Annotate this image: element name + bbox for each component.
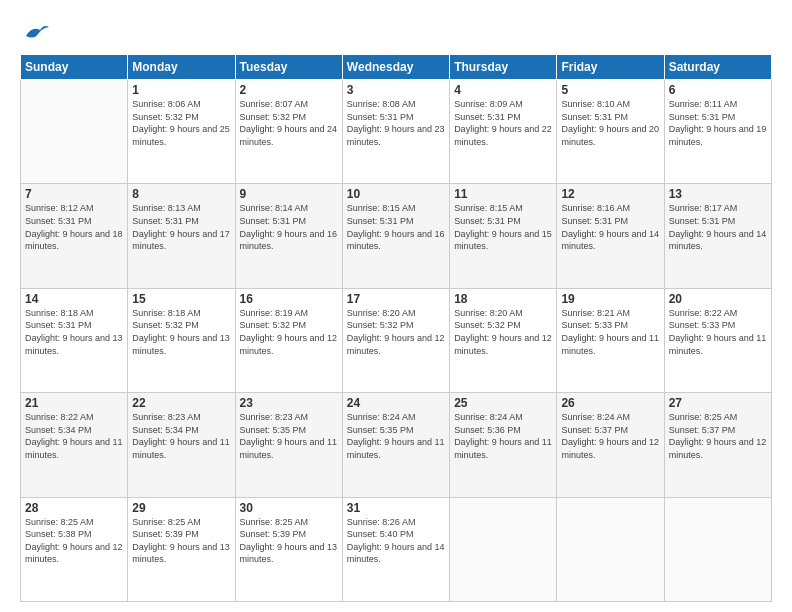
weekday-header: Sunday <box>21 55 128 80</box>
day-info: Sunrise: 8:15 AMSunset: 5:31 PMDaylight:… <box>347 202 445 252</box>
day-number: 2 <box>240 83 338 97</box>
day-number: 28 <box>25 501 123 515</box>
day-info: Sunrise: 8:07 AMSunset: 5:32 PMDaylight:… <box>240 98 338 148</box>
calendar-week-row: 1Sunrise: 8:06 AMSunset: 5:32 PMDaylight… <box>21 80 772 184</box>
day-info: Sunrise: 8:23 AMSunset: 5:34 PMDaylight:… <box>132 411 230 461</box>
calendar-cell: 28Sunrise: 8:25 AMSunset: 5:38 PMDayligh… <box>21 497 128 601</box>
calendar-cell: 24Sunrise: 8:24 AMSunset: 5:35 PMDayligh… <box>342 393 449 497</box>
calendar-cell: 31Sunrise: 8:26 AMSunset: 5:40 PMDayligh… <box>342 497 449 601</box>
calendar-cell: 22Sunrise: 8:23 AMSunset: 5:34 PMDayligh… <box>128 393 235 497</box>
weekday-header: Tuesday <box>235 55 342 80</box>
calendar-cell: 13Sunrise: 8:17 AMSunset: 5:31 PMDayligh… <box>664 184 771 288</box>
day-info: Sunrise: 8:13 AMSunset: 5:31 PMDaylight:… <box>132 202 230 252</box>
day-info: Sunrise: 8:23 AMSunset: 5:35 PMDaylight:… <box>240 411 338 461</box>
calendar-cell: 5Sunrise: 8:10 AMSunset: 5:31 PMDaylight… <box>557 80 664 184</box>
day-info: Sunrise: 8:11 AMSunset: 5:31 PMDaylight:… <box>669 98 767 148</box>
day-number: 5 <box>561 83 659 97</box>
day-info: Sunrise: 8:19 AMSunset: 5:32 PMDaylight:… <box>240 307 338 357</box>
day-number: 25 <box>454 396 552 410</box>
calendar-cell: 25Sunrise: 8:24 AMSunset: 5:36 PMDayligh… <box>450 393 557 497</box>
day-info: Sunrise: 8:16 AMSunset: 5:31 PMDaylight:… <box>561 202 659 252</box>
day-info: Sunrise: 8:09 AMSunset: 5:31 PMDaylight:… <box>454 98 552 148</box>
day-info: Sunrise: 8:24 AMSunset: 5:35 PMDaylight:… <box>347 411 445 461</box>
calendar-week-row: 21Sunrise: 8:22 AMSunset: 5:34 PMDayligh… <box>21 393 772 497</box>
calendar-cell: 26Sunrise: 8:24 AMSunset: 5:37 PMDayligh… <box>557 393 664 497</box>
day-number: 30 <box>240 501 338 515</box>
calendar-cell: 21Sunrise: 8:22 AMSunset: 5:34 PMDayligh… <box>21 393 128 497</box>
calendar-cell: 7Sunrise: 8:12 AMSunset: 5:31 PMDaylight… <box>21 184 128 288</box>
day-info: Sunrise: 8:15 AMSunset: 5:31 PMDaylight:… <box>454 202 552 252</box>
day-number: 21 <box>25 396 123 410</box>
calendar-cell <box>450 497 557 601</box>
calendar-cell: 15Sunrise: 8:18 AMSunset: 5:32 PMDayligh… <box>128 288 235 392</box>
day-number: 9 <box>240 187 338 201</box>
calendar-week-row: 7Sunrise: 8:12 AMSunset: 5:31 PMDaylight… <box>21 184 772 288</box>
calendar-cell: 2Sunrise: 8:07 AMSunset: 5:32 PMDaylight… <box>235 80 342 184</box>
calendar-cell: 1Sunrise: 8:06 AMSunset: 5:32 PMDaylight… <box>128 80 235 184</box>
calendar-cell: 14Sunrise: 8:18 AMSunset: 5:31 PMDayligh… <box>21 288 128 392</box>
calendar-cell: 23Sunrise: 8:23 AMSunset: 5:35 PMDayligh… <box>235 393 342 497</box>
calendar-cell: 9Sunrise: 8:14 AMSunset: 5:31 PMDaylight… <box>235 184 342 288</box>
calendar-cell: 11Sunrise: 8:15 AMSunset: 5:31 PMDayligh… <box>450 184 557 288</box>
calendar-cell: 16Sunrise: 8:19 AMSunset: 5:32 PMDayligh… <box>235 288 342 392</box>
day-info: Sunrise: 8:24 AMSunset: 5:36 PMDaylight:… <box>454 411 552 461</box>
weekday-header: Saturday <box>664 55 771 80</box>
day-number: 11 <box>454 187 552 201</box>
day-number: 22 <box>132 396 230 410</box>
day-info: Sunrise: 8:06 AMSunset: 5:32 PMDaylight:… <box>132 98 230 148</box>
day-info: Sunrise: 8:18 AMSunset: 5:31 PMDaylight:… <box>25 307 123 357</box>
calendar-cell <box>664 497 771 601</box>
day-info: Sunrise: 8:22 AMSunset: 5:33 PMDaylight:… <box>669 307 767 357</box>
day-number: 12 <box>561 187 659 201</box>
weekday-header: Monday <box>128 55 235 80</box>
day-number: 13 <box>669 187 767 201</box>
day-info: Sunrise: 8:21 AMSunset: 5:33 PMDaylight:… <box>561 307 659 357</box>
day-info: Sunrise: 8:08 AMSunset: 5:31 PMDaylight:… <box>347 98 445 148</box>
day-info: Sunrise: 8:25 AMSunset: 5:38 PMDaylight:… <box>25 516 123 566</box>
calendar-cell: 20Sunrise: 8:22 AMSunset: 5:33 PMDayligh… <box>664 288 771 392</box>
weekday-header: Wednesday <box>342 55 449 80</box>
calendar-cell <box>557 497 664 601</box>
calendar-cell: 27Sunrise: 8:25 AMSunset: 5:37 PMDayligh… <box>664 393 771 497</box>
calendar-cell: 30Sunrise: 8:25 AMSunset: 5:39 PMDayligh… <box>235 497 342 601</box>
page: SundayMondayTuesdayWednesdayThursdayFrid… <box>0 0 792 612</box>
header <box>20 18 772 44</box>
day-number: 23 <box>240 396 338 410</box>
calendar-cell: 18Sunrise: 8:20 AMSunset: 5:32 PMDayligh… <box>450 288 557 392</box>
calendar: SundayMondayTuesdayWednesdayThursdayFrid… <box>20 54 772 602</box>
day-info: Sunrise: 8:24 AMSunset: 5:37 PMDaylight:… <box>561 411 659 461</box>
day-number: 18 <box>454 292 552 306</box>
day-number: 3 <box>347 83 445 97</box>
weekday-header: Thursday <box>450 55 557 80</box>
calendar-cell: 10Sunrise: 8:15 AMSunset: 5:31 PMDayligh… <box>342 184 449 288</box>
day-info: Sunrise: 8:17 AMSunset: 5:31 PMDaylight:… <box>669 202 767 252</box>
calendar-cell: 19Sunrise: 8:21 AMSunset: 5:33 PMDayligh… <box>557 288 664 392</box>
weekday-header: Friday <box>557 55 664 80</box>
day-number: 6 <box>669 83 767 97</box>
day-number: 24 <box>347 396 445 410</box>
calendar-cell: 12Sunrise: 8:16 AMSunset: 5:31 PMDayligh… <box>557 184 664 288</box>
logo-bird-icon <box>22 22 50 44</box>
day-number: 17 <box>347 292 445 306</box>
day-number: 27 <box>669 396 767 410</box>
day-info: Sunrise: 8:20 AMSunset: 5:32 PMDaylight:… <box>454 307 552 357</box>
day-info: Sunrise: 8:22 AMSunset: 5:34 PMDaylight:… <box>25 411 123 461</box>
day-number: 4 <box>454 83 552 97</box>
calendar-cell: 3Sunrise: 8:08 AMSunset: 5:31 PMDaylight… <box>342 80 449 184</box>
day-info: Sunrise: 8:25 AMSunset: 5:39 PMDaylight:… <box>240 516 338 566</box>
logo <box>20 22 50 44</box>
day-info: Sunrise: 8:12 AMSunset: 5:31 PMDaylight:… <box>25 202 123 252</box>
day-number: 19 <box>561 292 659 306</box>
day-number: 10 <box>347 187 445 201</box>
day-number: 7 <box>25 187 123 201</box>
day-number: 26 <box>561 396 659 410</box>
day-number: 14 <box>25 292 123 306</box>
day-number: 1 <box>132 83 230 97</box>
day-info: Sunrise: 8:26 AMSunset: 5:40 PMDaylight:… <box>347 516 445 566</box>
day-number: 29 <box>132 501 230 515</box>
calendar-cell: 6Sunrise: 8:11 AMSunset: 5:31 PMDaylight… <box>664 80 771 184</box>
day-info: Sunrise: 8:14 AMSunset: 5:31 PMDaylight:… <box>240 202 338 252</box>
day-number: 20 <box>669 292 767 306</box>
day-info: Sunrise: 8:18 AMSunset: 5:32 PMDaylight:… <box>132 307 230 357</box>
calendar-cell: 8Sunrise: 8:13 AMSunset: 5:31 PMDaylight… <box>128 184 235 288</box>
